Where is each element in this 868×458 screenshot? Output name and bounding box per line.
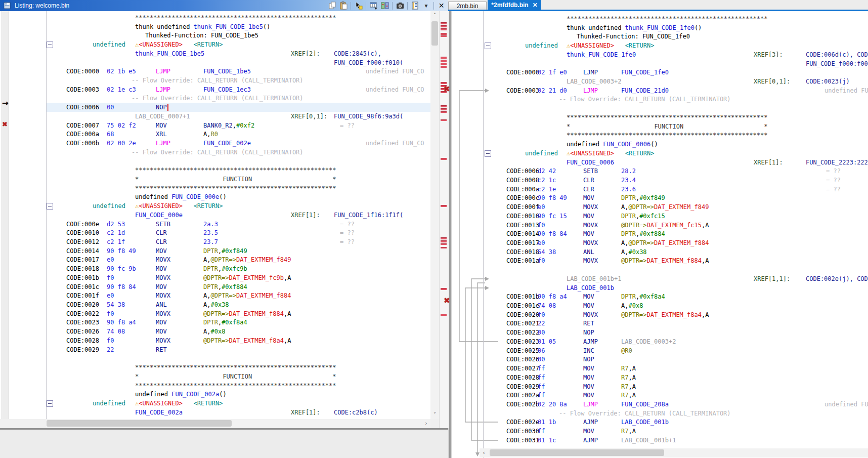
listing-row[interactable]: undefined⚠<UNASSIGNED> <RETURN> (0, 201, 430, 211)
listing-row[interactable]: -- Flow Override: CALL_RETURN (CALL_TERM… (0, 76, 430, 85)
copy-icon[interactable] (327, 1, 337, 11)
diff-marker[interactable] (441, 25, 447, 27)
tab-close-icon[interactable]: ✕ (533, 2, 538, 9)
listing-display-icon[interactable] (410, 1, 420, 11)
pane-divider[interactable] (448, 11, 452, 458)
diff-marker[interactable] (441, 243, 447, 245)
collapse-toggle-icon[interactable] (47, 400, 53, 407)
listing-row[interactable]: CODE:001fe0MOVXA,@DPTR=>DAT_EXTMEM_f884 (0, 291, 430, 300)
diff-marker[interactable] (441, 57, 447, 59)
listing-row[interactable]: ****************************************… (0, 13, 430, 22)
right-horizontal-scrollbar-thumb[interactable] (490, 449, 664, 456)
right-horizontal-scrollbar[interactable]: ‹ (480, 448, 868, 457)
listing-row[interactable]: FUN_CODE_f000:f010( (0, 58, 430, 67)
camera-icon[interactable] (395, 1, 405, 11)
listing-row[interactable]: CODE:000600NOP (0, 103, 430, 112)
diff-marker[interactable] (441, 82, 447, 84)
scroll-right-icon[interactable]: › (422, 419, 430, 428)
listing-row[interactable]: -- Flow Override: CALL_RETURN (CALL_TERM… (0, 148, 430, 157)
diff-marker[interactable] (441, 22, 447, 24)
horizontal-scrollbar-thumb[interactable] (47, 420, 232, 427)
listing-row[interactable]: CODE:001490 f8 49MOVDPTR,#0xf849 (0, 246, 430, 256)
dropdown-arrow-icon[interactable]: ▼ (421, 1, 431, 11)
diff-view-icon[interactable] (380, 1, 389, 11)
listing-row[interactable]: ****************************************… (0, 381, 430, 390)
scroll-up-icon[interactable]: ˄ (430, 11, 439, 20)
listing-row[interactable]: ****************************************… (0, 363, 430, 372)
listing-row[interactable]: CODE:000a68XRLA,R0 (0, 130, 430, 139)
listing-row[interactable]: Thunked-Function: FUN_CODE_1be5 (0, 31, 430, 40)
listing-row[interactable]: * FUNCTION * (0, 175, 430, 184)
overview-marker-bar[interactable]: ✖✖ (439, 11, 449, 428)
diff-marker[interactable] (441, 205, 447, 207)
diff-marker[interactable] (441, 111, 447, 113)
listing-row[interactable]: * FUNCTION * (0, 372, 430, 381)
vertical-scrollbar-thumb[interactable] (431, 21, 438, 46)
snapshot-table-icon[interactable] (369, 1, 378, 11)
collapse-toggle-icon[interactable] (485, 43, 491, 49)
diff-marker[interactable] (441, 28, 447, 30)
listing-row[interactable]: thunk undefined thunk_FUN_CODE_1be5() (0, 22, 430, 31)
error-marker-icon[interactable]: ✖ (444, 296, 450, 305)
tab-2mb-bin[interactable]: 2mb.bin (448, 2, 487, 10)
listing-row[interactable]: LAB_CODE_0007+1XREF[0,1]:FUN_CODE_98f6:9… (0, 112, 430, 121)
scroll-left-icon[interactable]: ‹ (480, 448, 488, 457)
close-window-icon[interactable]: ✕ (437, 1, 446, 11)
listing-row[interactable]: CODE:000775 02 f2MOVBANK0_R2,#0xf2= ?? (0, 121, 430, 130)
listing-row[interactable]: FUN_CODE_000eXREF[1]:FUN_CODE_1f16:1f1f( (0, 211, 430, 220)
diff-marker[interactable] (441, 66, 447, 68)
listing-row[interactable]: CODE:001890 fc 9bMOVDPTR,#0xfc9b (0, 264, 430, 273)
vertical-scrollbar[interactable]: ˄ ˅ (430, 11, 439, 419)
listing-row[interactable]: CODE:000002 1b e5LJMPFUN_CODE_1be5undefi… (0, 67, 430, 76)
listing-row[interactable]: CODE:002054 38ANLA,#0x38 (0, 300, 430, 309)
diff-marker[interactable] (441, 108, 447, 110)
diff-marker[interactable] (441, 237, 447, 239)
listing-row[interactable]: CODE:0017e0MOVXA,@DPTR=>DAT_EXTMEM_f849 (0, 255, 430, 264)
listing-row[interactable]: CODE:0022f0MOVX@DPTR=>DAT_EXTMEM_f884,A (0, 309, 430, 318)
left-listing-pane[interactable]: ****************************************… (0, 11, 430, 419)
listing-row[interactable]: CODE:000b02 00 2eLJMPFUN_CODE_002eundefi… (0, 139, 430, 148)
scroll-down-icon[interactable]: ˅ (430, 410, 439, 419)
listing-row[interactable]: CODE:0010c2 1dCLR23.5= ?? (0, 228, 430, 237)
listing-row[interactable]: CODE:002922RET (0, 345, 430, 354)
diff-marker[interactable] (441, 105, 447, 107)
collapse-toggle-icon[interactable] (47, 203, 53, 210)
listing-row[interactable]: CODE:001bf0MOVX@DPTR=>DAT_EXTMEM_fc9b,A (0, 273, 430, 282)
listing-row[interactable]: undefined⚠<UNASSIGNED> <RETURN> (0, 399, 430, 408)
error-marker-icon[interactable]: ✖ (444, 85, 450, 94)
listing-row[interactable]: undefined⚠<UNASSIGNED> <RETURN> (0, 40, 430, 49)
diff-marker[interactable] (441, 240, 447, 242)
diff-marker[interactable] (441, 60, 447, 62)
listing-row[interactable]: CODE:0012c2 1fCLR23.7= ?? (0, 237, 430, 246)
listing-row[interactable]: CODE:000ed2 53SETB2a.3= ?? (0, 220, 430, 229)
listing-row[interactable]: ****************************************… (0, 184, 430, 193)
diff-marker[interactable] (441, 33, 447, 35)
listing-row[interactable] (0, 354, 430, 363)
tab--2mfdfdb-bin[interactable]: *2mfdfdb.bin✕ (488, 0, 541, 10)
listing-row[interactable]: ****************************************… (0, 165, 430, 175)
listing-row[interactable]: CODE:001c90 f8 84MOVDPTR,#0xf884 (0, 282, 430, 292)
diff-marker[interactable] (441, 63, 447, 65)
listing-row[interactable]: CODE:000302 1e c3LJMPFUN_CODE_1ec3undefi… (0, 85, 430, 94)
listing-row[interactable]: CODE:002390 f8 a4MOVDPTR,#0xf8a4 (0, 318, 430, 327)
listing-row[interactable]: undefined FUN_CODE_000e() (0, 192, 430, 201)
listing-row[interactable]: FUN_CODE_002aXREF[1]:CODE:c2b8(c) (0, 408, 430, 417)
listing-row[interactable]: thunk_FUN_CODE_1be5XREF[2]:CODE:2845(c), (0, 49, 430, 58)
listing-row[interactable] (0, 157, 430, 166)
diff-marker[interactable] (441, 247, 447, 248)
listing-row[interactable]: CODE:0028f0MOVX@DPTR=>DAT_EXTMEM_f8a4,A (0, 336, 430, 345)
horizontal-scrollbar[interactable]: › (46, 419, 430, 428)
diff-marker[interactable] (441, 119, 447, 121)
diff-marker[interactable] (441, 288, 447, 290)
right-listing-pane[interactable]: ****************************************… (452, 11, 868, 458)
diff-marker[interactable] (441, 158, 447, 160)
diff-marker[interactable] (441, 314, 447, 316)
diff-marker[interactable] (441, 35, 447, 37)
listing-row[interactable]: CODE:002674 08MOVA,#0x8 (0, 327, 430, 336)
select-arrow-icon[interactable] (354, 1, 363, 11)
paste-icon[interactable] (338, 1, 348, 11)
collapse-toggle-icon[interactable] (47, 41, 53, 48)
window-titlebar[interactable]: Listing: welcome.bin ▼✕ (0, 0, 448, 11)
collapse-toggle-icon[interactable] (485, 150, 491, 157)
listing-row[interactable]: -- Flow Override: CALL_RETURN (CALL_TERM… (0, 94, 430, 103)
